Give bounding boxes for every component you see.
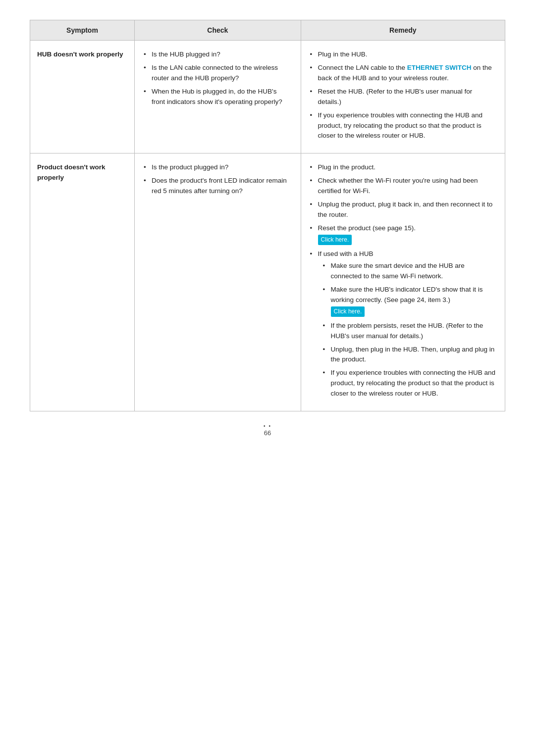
- list-item: If used with a HUB Make sure the smart d…: [310, 249, 496, 400]
- remedy-header: Remedy: [301, 20, 505, 41]
- troubleshooting-table: Symptom Check Remedy HUB doesn't work pr…: [30, 20, 505, 411]
- list-item: Plug in the product.: [310, 162, 496, 173]
- check-cell: Is the product plugged in? Does the prod…: [134, 153, 301, 411]
- footer-dots: • •: [264, 423, 271, 429]
- list-item: If you experience troubles with connecti…: [323, 368, 496, 399]
- symptom-label: HUB doesn't work properly: [37, 50, 123, 58]
- list-item: Make sure the smart device and the HUB a…: [323, 261, 496, 282]
- remedy-cell: Plug in the HUB. Connect the LAN cable t…: [301, 41, 505, 153]
- list-item: Check whether the Wi-Fi router you're us…: [310, 176, 496, 197]
- list-item: If the problem persists, reset the HUB. …: [323, 321, 496, 342]
- list-item: Connect the LAN cable to the ETHERNET SW…: [310, 63, 496, 84]
- list-item: Is the product plugged in?: [144, 162, 292, 173]
- page-footer: • • 66: [264, 423, 271, 437]
- ethernet-switch-highlight: ETHERNET SWITCH: [407, 64, 472, 71]
- remedy-list: Plug in the HUB. Connect the LAN cable t…: [310, 50, 496, 141]
- symptom-header: Symptom: [30, 20, 135, 41]
- list-item: Reset the HUB. (Refer to the HUB's user …: [310, 87, 496, 107]
- check-header: Check: [134, 20, 301, 41]
- sub-remedy-list: Make sure the smart device and the HUB a…: [323, 261, 496, 399]
- symptom-label: Product doesn't work properly: [37, 163, 105, 181]
- list-item: When the Hub is plugged in, do the HUB's…: [144, 87, 292, 107]
- list-item: Does the product's front LED indicator r…: [144, 176, 292, 197]
- click-here-badge-2[interactable]: Click here.: [331, 306, 365, 317]
- page-number: 66: [264, 429, 271, 437]
- check-cell: Is the HUB plugged in? Is the LAN cable …: [134, 41, 301, 153]
- list-item: Unplug, then plug in the HUB. Then, unpl…: [323, 345, 496, 365]
- symptom-cell: HUB doesn't work properly: [30, 41, 135, 153]
- symptom-cell: Product doesn't work properly: [30, 153, 135, 411]
- check-list: Is the HUB plugged in? Is the LAN cable …: [144, 50, 292, 107]
- list-item: Unplug the product, plug it back in, and…: [310, 200, 496, 220]
- click-here-badge-1[interactable]: Click here.: [318, 235, 352, 245]
- list-item: Is the HUB plugged in?: [144, 50, 292, 60]
- list-item: If you experience troubles with connecti…: [310, 110, 496, 142]
- list-item: Is the LAN cable connected to the wirele…: [144, 63, 292, 84]
- list-item: Reset the product (see page 15).Click he…: [310, 223, 496, 246]
- table-row: Product doesn't work properly Is the pro…: [30, 153, 505, 411]
- remedy-cell: Plug in the product. Check whether the W…: [301, 153, 505, 411]
- remedy-list: Plug in the product. Check whether the W…: [310, 162, 496, 399]
- list-item: Make sure the HUB's indicator LED's show…: [323, 285, 496, 317]
- table-row: HUB doesn't work properly Is the HUB plu…: [30, 41, 505, 153]
- check-list: Is the product plugged in? Does the prod…: [144, 162, 292, 197]
- list-item: Plug in the HUB.: [310, 50, 496, 60]
